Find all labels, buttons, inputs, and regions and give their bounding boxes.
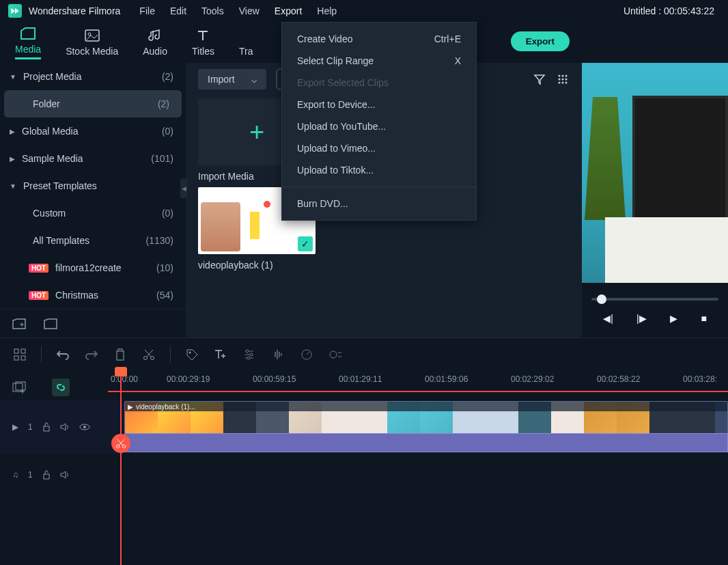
- preview-scrubber[interactable]: [591, 298, 718, 301]
- time-label: 00:01:29:11: [339, 374, 382, 384]
- menu-edit[interactable]: Edit: [170, 5, 186, 16]
- time-ruler[interactable]: 0:00:00 00:00:29:19 00:00:59:15 00:01:29…: [108, 374, 728, 400]
- tab-titles-label: Titles: [192, 46, 214, 57]
- folder-icon[interactable]: [44, 318, 57, 329]
- tree-project-media[interactable]: ▼Project Media (2): [0, 63, 186, 90]
- tree-christmas[interactable]: HOTChristmas (54): [0, 281, 186, 309]
- lock-icon[interactable]: [42, 470, 51, 480]
- export-button[interactable]: Export: [511, 31, 570, 51]
- tree-folder[interactable]: Folder (2): [4, 90, 182, 118]
- audio-track: ♫1: [0, 460, 728, 489]
- clip-name-label: videoplayback (1)...: [136, 403, 195, 411]
- upload-youtube-label: Upload to YouTube...: [297, 121, 386, 132]
- text-add-icon[interactable]: [213, 347, 228, 362]
- tree-project-media-count: (2): [162, 71, 173, 82]
- upload-tiktok[interactable]: Upload to Tiktok...: [282, 159, 476, 181]
- export-select-clip-shortcut: X: [455, 55, 461, 66]
- filter-icon[interactable]: [533, 72, 546, 86]
- burn-dvd[interactable]: Burn DVD...: [282, 193, 476, 215]
- time-label: 00:00:59:15: [253, 374, 296, 384]
- hot-badge: HOT: [29, 291, 48, 300]
- tree-custom[interactable]: Custom (0): [0, 199, 186, 227]
- speed-icon[interactable]: [299, 347, 314, 362]
- adjust-icon[interactable]: [242, 347, 257, 362]
- tab-stock-label: Stock Media: [66, 46, 118, 57]
- tab-audio[interactable]: Audio: [143, 28, 167, 57]
- new-folder-icon[interactable]: [12, 318, 26, 329]
- caret-down-icon: ▼: [10, 73, 16, 81]
- prev-frame-icon[interactable]: ◀|: [603, 313, 613, 324]
- svg-point-27: [83, 426, 86, 428]
- time-label: 00:03:28:: [683, 374, 717, 384]
- video-track: ▶1 ▶videoplayback (1)...: [0, 400, 728, 454]
- svg-point-10: [565, 82, 568, 84]
- playhead-handle[interactable]: [115, 367, 127, 376]
- video-track-head: ▶1: [0, 422, 108, 432]
- export-to-device[interactable]: Export to Device...: [282, 94, 476, 115]
- titles-icon: [196, 28, 210, 43]
- tab-audio-label: Audio: [143, 46, 167, 57]
- menu-view[interactable]: View: [239, 5, 260, 16]
- upload-vimeo[interactable]: Upload to Vimeo...: [282, 137, 476, 159]
- next-frame-icon[interactable]: |▶: [636, 313, 647, 324]
- cut-icon[interactable]: [141, 347, 156, 362]
- tree-sample-media[interactable]: ▶Sample Media (101): [0, 145, 186, 172]
- scissor-cut-icon[interactable]: [111, 434, 130, 453]
- app-name: Wondershare Filmora: [29, 5, 120, 16]
- svg-point-9: [562, 82, 564, 84]
- menu-help[interactable]: Help: [317, 5, 337, 16]
- tree-filmora12create[interactable]: HOTfilmora12create (10): [0, 254, 186, 281]
- link-icon[interactable]: [52, 378, 70, 396]
- menu-file[interactable]: File: [139, 5, 155, 16]
- stop-icon[interactable]: ■: [701, 313, 706, 324]
- visibility-icon[interactable]: [79, 424, 90, 430]
- export-select-clip-range[interactable]: Select Clip RangeX: [282, 50, 476, 72]
- tab-titles[interactable]: Titles: [192, 28, 214, 57]
- redo-icon[interactable]: [84, 347, 99, 362]
- import-dropdown[interactable]: Import⌵: [198, 69, 266, 89]
- tab-media[interactable]: Media: [15, 26, 41, 59]
- svg-rect-13: [14, 356, 18, 360]
- svg-point-18: [246, 350, 249, 353]
- media-sidebar: ▼Project Media (2) Folder (2) ▶Global Me…: [0, 63, 186, 337]
- mute-icon[interactable]: [60, 471, 70, 479]
- clock-text-icon[interactable]: [328, 347, 343, 362]
- svg-point-8: [559, 82, 561, 84]
- tag-icon[interactable]: [184, 347, 199, 362]
- audio-wave-icon[interactable]: [270, 347, 285, 362]
- grid-view-icon[interactable]: [556, 72, 570, 86]
- delete-icon[interactable]: [113, 347, 128, 362]
- caret-right-icon: ▶: [10, 155, 15, 163]
- lock-icon[interactable]: [42, 422, 51, 432]
- menu-tools[interactable]: Tools: [201, 5, 224, 16]
- titlebar: Wondershare Filmora File Edit Tools View…: [0, 0, 728, 22]
- play-indicator-icon: ▶: [128, 403, 133, 411]
- playhead-line[interactable]: [120, 369, 122, 565]
- audio-track-content[interactable]: [108, 460, 728, 489]
- preview-video[interactable]: [582, 63, 728, 283]
- scrub-handle[interactable]: [597, 294, 606, 304]
- svg-point-20: [247, 357, 250, 359]
- tree-all-templates[interactable]: All Templates (1130): [0, 227, 186, 254]
- svg-point-5: [559, 79, 561, 81]
- sidebar-footer: [0, 309, 186, 337]
- add-track-icon[interactable]: [12, 381, 26, 394]
- upload-youtube[interactable]: Upload to YouTube...: [282, 115, 476, 137]
- tab-transitions[interactable]: Tra: [239, 28, 253, 57]
- play-icon[interactable]: ▶: [670, 313, 677, 324]
- tab-stock-media[interactable]: Stock Media: [66, 28, 118, 57]
- tree-folder-count: (2): [158, 98, 169, 109]
- export-create-video[interactable]: Create VideoCtrl+E: [282, 28, 476, 50]
- clip-audio-waveform[interactable]: [124, 433, 728, 452]
- undo-icon[interactable]: [55, 347, 70, 362]
- svg-point-1: [88, 33, 91, 36]
- layout-icon[interactable]: [12, 347, 27, 362]
- tree-global-media[interactable]: ▶Global Media (0): [0, 118, 186, 145]
- tree-preset-templates[interactable]: ▼Preset Templates: [0, 172, 186, 199]
- video-clip[interactable]: ▶videoplayback (1)...: [124, 401, 728, 434]
- hot-badge: HOT: [29, 264, 48, 273]
- menu-export[interactable]: Export: [275, 5, 302, 16]
- collapse-sidebar-icon[interactable]: ◀: [180, 179, 187, 198]
- video-track-content[interactable]: ▶videoplayback (1)...: [108, 400, 728, 454]
- mute-icon[interactable]: [60, 423, 70, 431]
